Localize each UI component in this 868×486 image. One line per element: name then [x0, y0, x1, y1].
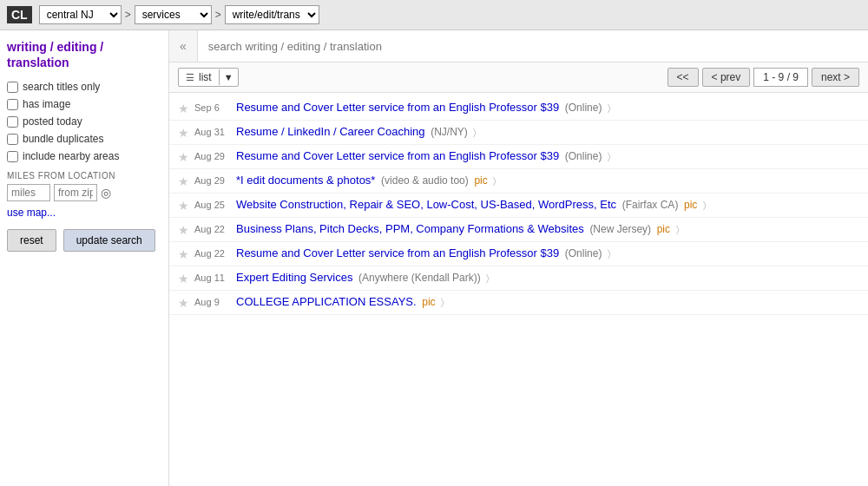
listing-title[interactable]: Website Construction, Repair & SEO, Low-… [236, 198, 616, 211]
topbar: CL central NJ north NJ south NJ new york… [0, 0, 868, 30]
listing-date: Aug 29 [194, 151, 231, 161]
listing-meta: (New Jersey) [589, 223, 651, 235]
prev-page-button[interactable]: < prev [702, 68, 751, 87]
toolbar: ☰ list ▼ << < prev 1 - 9 / 9 next > [169, 62, 868, 93]
subcategory-select[interactable]: write/edit/trans beauty+hlth computer cr… [225, 5, 319, 24]
dropdown-arrow[interactable]: ▼ [219, 69, 238, 85]
remove-listing-button[interactable]: 〉 [441, 297, 444, 307]
bundle-duplicates-checkbox[interactable] [7, 134, 18, 145]
remove-listing-button[interactable]: 〉 [608, 102, 611, 113]
listing-date: Aug 11 [194, 273, 231, 283]
target-icon[interactable]: ◎ [101, 186, 111, 200]
miles-inputs: ◎ [7, 184, 161, 201]
cl-logo: CL [7, 6, 32, 23]
listing-meta: (NJ/NY) [431, 126, 468, 138]
favorite-star[interactable]: ★ [178, 126, 189, 140]
listing-date: Aug 9 [194, 297, 231, 307]
remove-listing-button[interactable]: 〉 [493, 175, 496, 186]
category-select[interactable]: services for sale housing jobs community [135, 5, 212, 24]
pic-tag: pic [422, 296, 435, 308]
listing-meta: (Online) [565, 102, 602, 114]
listing-row: ★ Aug 31 Resume / LinkedIn / Career Coac… [169, 121, 868, 145]
favorite-star[interactable]: ★ [178, 296, 189, 310]
listing-meta: (Anywhere (Kendall Park)) [358, 272, 481, 284]
listing-title[interactable]: Expert Editing Services [236, 271, 352, 284]
listing-title[interactable]: Resume / LinkedIn / Career Coaching [236, 125, 425, 138]
listing-row: ★ Aug 11 Expert Editing Services (Anywhe… [169, 266, 868, 291]
remove-listing-button[interactable]: 〉 [703, 200, 707, 210]
main-layout: writing / editing / translation search t… [0, 30, 868, 486]
search-titles-checkbox[interactable] [7, 82, 18, 93]
first-page-button[interactable]: << [667, 68, 699, 87]
listing-row: ★ Aug 22 Resume and Cover Letter service… [169, 242, 868, 266]
filter-has-image: has image [7, 98, 161, 110]
search-titles-label: search titles only [23, 81, 100, 93]
collapse-button[interactable]: « [169, 30, 198, 62]
listing-meta: (Fairfax CA) [622, 199, 679, 211]
button-row: reset update search [7, 229, 161, 252]
listing-date: Aug 22 [194, 248, 231, 259]
use-map-link[interactable]: use map... [7, 207, 161, 219]
listing-row: ★ Aug 22 Business Plans, Pitch Decks, PP… [169, 218, 868, 242]
search-input[interactable] [198, 31, 868, 62]
menu-icon: ☰ [186, 72, 194, 83]
favorite-star[interactable]: ★ [178, 272, 189, 286]
listing-title[interactable]: *I edit documents & photos* [236, 174, 375, 187]
remove-listing-button[interactable]: 〉 [608, 151, 611, 161]
favorite-star[interactable]: ★ [178, 199, 189, 213]
list-label[interactable]: ☰ list [179, 69, 219, 86]
listing-row: ★ Aug 29 Resume and Cover Letter service… [169, 145, 868, 169]
listing-row: ★ Sep 6 Resume and Cover Letter service … [169, 96, 868, 121]
pic-tag: pic [684, 199, 697, 211]
list-dropdown: ☰ list ▼ [178, 68, 239, 87]
listing-date: Aug 29 [194, 175, 231, 186]
filter-search-titles: search titles only [7, 81, 161, 93]
next-page-button[interactable]: next > [812, 68, 859, 87]
reset-button[interactable]: reset [7, 229, 56, 252]
list-text: list [199, 71, 212, 83]
sidebar: writing / editing / translation search t… [0, 30, 169, 486]
filter-include-nearby: include nearby areas [7, 150, 161, 162]
listing-meta: (video & audio too) [381, 174, 469, 187]
update-search-button[interactable]: update search [63, 229, 155, 252]
posted-today-label: posted today [23, 115, 82, 128]
favorite-star[interactable]: ★ [178, 102, 189, 115]
page-info: 1 - 9 / 9 [753, 68, 808, 87]
listing-meta: (Online) [565, 247, 602, 259]
filter-posted-today: posted today [7, 115, 161, 128]
favorite-star[interactable]: ★ [178, 223, 189, 237]
remove-listing-button[interactable]: 〉 [486, 273, 490, 283]
search-bar: « [169, 30, 868, 62]
listing-date: Aug 22 [194, 224, 231, 234]
favorite-star[interactable]: ★ [178, 247, 189, 261]
arrow2: > [215, 9, 221, 21]
bundle-duplicates-label: bundle duplicates [23, 133, 103, 145]
remove-listing-button[interactable]: 〉 [608, 248, 611, 259]
listing-row: ★ Aug 25 Website Construction, Repair & … [169, 194, 868, 218]
include-nearby-checkbox[interactable] [7, 151, 18, 162]
listing-title[interactable]: Business Plans, Pitch Decks, PPM, Compan… [236, 222, 584, 235]
remove-listing-button[interactable]: 〉 [473, 127, 477, 137]
arrow1: > [125, 9, 131, 21]
miles-label: MILES FROM LOCATION [7, 171, 161, 181]
listings: ★ Sep 6 Resume and Cover Letter service … [169, 93, 868, 319]
miles-input[interactable] [7, 184, 50, 201]
favorite-star[interactable]: ★ [178, 174, 189, 188]
filter-bundle-duplicates: bundle duplicates [7, 133, 161, 145]
listing-meta: (Online) [565, 150, 602, 162]
favorite-star[interactable]: ★ [178, 150, 189, 164]
nav-section: << < prev 1 - 9 / 9 next > [667, 68, 859, 87]
listing-date: Sep 6 [194, 102, 231, 113]
sidebar-heading: writing / editing / translation [7, 39, 161, 70]
listing-title[interactable]: Resume and Cover Letter service from an … [236, 149, 559, 162]
listing-title[interactable]: Resume and Cover Letter service from an … [236, 101, 559, 114]
listing-title[interactable]: COLLEGE APPLICATION ESSAYS. [236, 295, 417, 308]
location-select[interactable]: central NJ north NJ south NJ new york ph… [39, 5, 122, 24]
content-area: « ☰ list ▼ << < prev 1 - 9 / 9 next > ★ … [169, 30, 868, 486]
has-image-checkbox[interactable] [7, 99, 18, 110]
include-nearby-label: include nearby areas [23, 150, 119, 162]
remove-listing-button[interactable]: 〉 [676, 224, 680, 234]
zip-input[interactable] [54, 184, 97, 201]
listing-title[interactable]: Resume and Cover Letter service from an … [236, 246, 559, 259]
posted-today-checkbox[interactable] [7, 116, 18, 128]
